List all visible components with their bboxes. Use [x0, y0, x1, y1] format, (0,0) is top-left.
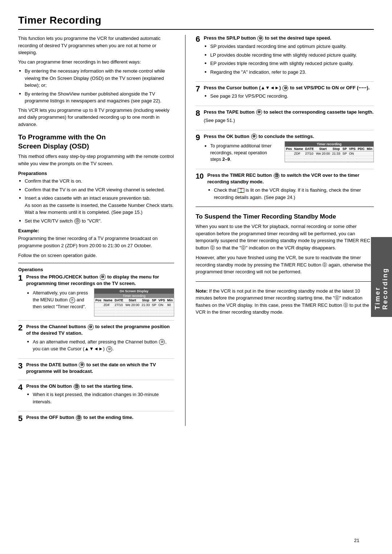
step-9-bullet: To programme additional timer recordings… [204, 143, 278, 163]
prep-4: Set the VCR/TV switch ⑳ to "VCR". [18, 217, 174, 225]
note-content: If the VCR is not put in the timer recor… [196, 288, 369, 315]
circled-icon: ⑩ [256, 109, 262, 115]
step-7-number: 7 [196, 85, 200, 93]
step-1-number: 1 [18, 274, 23, 282]
circled-icon: ⑳ [74, 384, 79, 390]
example-heading: Example: [18, 228, 174, 233]
step-6-number: 6 [196, 35, 200, 44]
step-5-content: Press the OFF button ⑳ to set the ending… [26, 414, 174, 422]
step-4-content: Press the ON button ⑳ to set the startin… [26, 383, 174, 407]
page-number: 21 [354, 538, 359, 543]
osd-intro: This method offers easy step-by-step pro… [18, 153, 174, 167]
step-6-rule [196, 81, 374, 82]
step-9-bullets: To programme additional timer recordings… [204, 141, 278, 165]
step-3-rule [18, 380, 174, 380]
step-3-content: Press the DATE button ⑩ to set the date … [26, 362, 174, 376]
title-divider [18, 29, 374, 30]
step-8-number: 8 [196, 109, 200, 118]
note-label: Note: [196, 288, 208, 294]
step-9-title: Press the OK button ⑩ to conclude the se… [204, 133, 374, 140]
circled-icon: ⑩ [100, 274, 106, 280]
step-4: 4 Press the ON button ⑳ to set the start… [18, 383, 174, 407]
step-9: 9 Press the OK button ⑩ to conclude the … [196, 133, 374, 165]
preparations-heading: Preparations [18, 171, 174, 176]
circled-icon: ⑦ [69, 297, 75, 303]
osd-table: PosNameDATEStartStopSPVPSMin ZDF27/10We … [94, 298, 174, 316]
step-7-bullet: See page 23 for VPS/PDC recording. [204, 93, 374, 100]
circled-icon: ⑩ [88, 324, 94, 330]
step-10-bullet: Check that ⌛ is lit on the VCR display. … [207, 187, 374, 201]
step-9-table: Timer recording PosNameDATEStartStopSPVP… [285, 141, 374, 162]
step-8-title: Press the TAPE button ⑩ to select the co… [204, 109, 374, 115]
step-6-bullet-1: SP provides standard recording time and … [204, 43, 374, 50]
circled-icon: ⑳ [74, 218, 80, 224]
step-2-bullet: As an alternative method, after pressing… [26, 338, 174, 353]
preparations-list: Confirm that the VCR is on. Confirm that… [18, 178, 174, 224]
example-text: Programming the timer recording of a TV … [18, 235, 174, 249]
step-10-title: Press the TIMER REC button ⑳ to switch t… [207, 172, 374, 185]
step-9-table-title: Timer recording [285, 142, 373, 147]
suspend-rule [196, 207, 374, 207]
intro-para2: You can programme timer recordings in tw… [18, 58, 174, 66]
step-9-table-wrap: To programme additional timer recordings… [204, 141, 374, 165]
step-6: 6 Press the SP/LP button ⑩ to set the de… [196, 35, 374, 78]
circled-icon: ⑩ [257, 36, 263, 41]
step-4-bullet: When it is kept pressed, the indication … [26, 391, 174, 405]
step-8: 8 Press the TAPE button ⑩ to select the … [196, 109, 374, 126]
step-10-number: 10 [196, 172, 204, 180]
step-8-rule [196, 130, 374, 130]
table-inner-title: Timer recording [94, 294, 174, 298]
follow-text: Follow the on screen operation guide. [18, 252, 174, 259]
circled-icon: ⑩ [106, 346, 112, 352]
table-title-osd: On Screen Display [94, 289, 174, 294]
step-1-table-wrap: Alternatively, you can press the MENU bu… [26, 288, 174, 317]
step-2-title: Press the Channel buttons ⑩ to select th… [26, 323, 174, 337]
step-7-rule [196, 106, 374, 106]
ops-rule [18, 263, 174, 263]
circled-icon: ⑩ [251, 134, 257, 139]
step-1-rule [18, 320, 174, 321]
step-7-title: Press the Cursor button (▲▼◄►) ⑩ to set … [204, 85, 374, 91]
step-10: 10 Press the TIMER REC button ⑳ to switc… [196, 172, 374, 203]
step-9-rule [196, 169, 374, 169]
step-1-bullets: Alternatively, you can press the MENU bu… [26, 288, 88, 312]
step-5-title: Press the OFF button ⑳ to set the ending… [26, 414, 174, 421]
step-9-number: 9 [196, 133, 200, 142]
step-1-bullet-1: Alternatively, you can press the MENU bu… [26, 290, 88, 310]
step-6-content: Press the SP/LP button ⑩ to set the desi… [204, 35, 374, 78]
right-column: 6 Press the SP/LP button ⑩ to set the de… [185, 35, 374, 426]
step-2-rule [18, 358, 174, 359]
suspend-para1: When you want to use the VCR for playbac… [196, 223, 374, 251]
prep-1: Confirm that the VCR is on. [18, 178, 174, 185]
suspend-heading: To Suspend the Timer Recording Standby M… [196, 213, 374, 221]
step-1-title: Press the PROG./CHECK button ⑩ to displa… [26, 274, 174, 287]
step-1: 1 Press the PROG./CHECK button ⑩ to disp… [18, 274, 174, 317]
step-4-title: Press the ON button ⑳ to set the startin… [26, 383, 174, 390]
page-title: Timer Recording [18, 15, 374, 26]
step-2-number: 2 [18, 323, 23, 332]
circled-icon: ⑩ [159, 339, 165, 345]
step-7: 7 Press the Cursor button (▲▼◄►) ⑩ to se… [196, 85, 374, 102]
circled-icon: ⑩ [282, 85, 288, 91]
sidebar-label: Timer Recording [371, 237, 392, 317]
step-8-content: Press the TAPE button ⑩ to select the co… [204, 109, 374, 126]
step-8-sub: (See page 51.) [204, 117, 374, 124]
circled-icon: ⑩ [79, 362, 85, 368]
step-4-number: 4 [18, 383, 23, 392]
step-7-content: Press the Cursor button (▲▼◄►) ⑩ to set … [204, 85, 374, 102]
step-2: 2 Press the Channel buttons ⑩ to select … [18, 323, 174, 354]
step-3-number: 3 [18, 362, 23, 370]
prep-2: Confirm that the TV is on and the VCR vi… [18, 186, 174, 194]
prep-3: Insert a video cassette with an intact e… [18, 195, 174, 216]
intro-para1: This function lets you programme the VCR… [18, 35, 174, 56]
intro-bullet-1: By entering the necessary information wi… [18, 68, 174, 89]
intro-bullet-2: By entering the ShowView number publishe… [18, 90, 174, 105]
step-1-content: Press the PROG./CHECK button ⑩ to displa… [26, 274, 174, 317]
step-6-title: Press the SP/LP button ⑩ to set the desi… [204, 35, 374, 41]
operations-heading: Operations [18, 267, 174, 272]
step-4-rule [18, 411, 174, 411]
circled-icon: ⑳ [274, 173, 279, 179]
left-column: This function lets you programme the VCR… [18, 35, 174, 426]
intro-para3: This VCR lets you programme up to 8 TV p… [18, 107, 174, 128]
step-6-bullet-2: LP provides double recording time with s… [204, 52, 374, 59]
